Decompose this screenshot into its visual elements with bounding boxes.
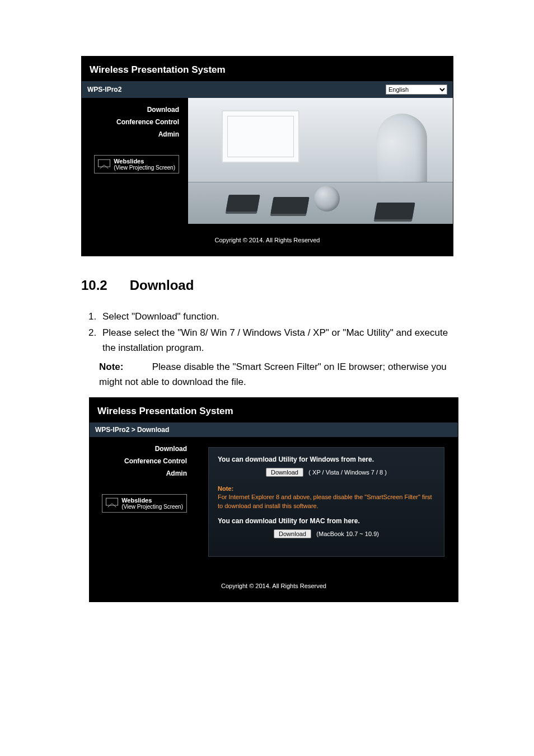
nav-download[interactable]: Download [90,445,187,453]
screenshot-download: Wireless Presentation System WPS-IPro2 >… [89,397,458,602]
nav-conference-control[interactable]: Conference Control [82,118,179,126]
windows-os-label: ( XP / Vista / Windows 7 / 8 ) [308,469,387,476]
warning-text: For Internet Explorer 8 and above, pleas… [218,494,432,509]
download-panel: You can download Utility for Windows fro… [208,447,444,557]
body-area: Download Conference Control Admin Websli… [82,98,453,224]
webslides-sub: (View Projecting Screen) [121,504,183,510]
section-title: Download [130,278,194,293]
download-mac-button[interactable]: Download [274,529,311,538]
footer-copyright: Copyright © 2014. All Rights Reserved [82,224,453,256]
webslides-title: Webslides [121,497,152,504]
laptop-graphic [270,197,309,214]
note-block: Note: Please disable the "Smart Screen F… [99,359,453,389]
mac-os-label: (MacBook 10.7 ~ 10.9) [316,530,379,537]
note-label: Note: [99,359,149,374]
footer-copyright: Copyright © 2014. All Rights Reserved [90,570,458,602]
windows-heading: You can download Utility for Windows fro… [218,456,435,463]
sidebar-nav: Download Conference Control Admin Websli… [90,437,196,570]
top-bar: WPS-IPro2 English [82,81,453,98]
download-panel-area: You can download Utility for Windows fro… [196,437,458,570]
system-title: Wireless Presentation System [90,406,458,422]
breadcrumb: WPS-IPro2 > Download [95,426,169,434]
steps-list: Select "Download" function. Please selec… [81,309,453,356]
nav-admin[interactable]: Admin [82,130,179,138]
nav-admin[interactable]: Admin [90,469,187,477]
svg-rect-0 [99,159,110,167]
webslides-icon [106,497,118,509]
warning-title: Note: [218,485,233,492]
webslides-icon [98,159,110,170]
windows-download-row: Download ( XP / Vista / Windows 7 / 8 ) [218,468,435,477]
step-item: Please select the "Win 8/ Win 7 / Window… [99,325,453,355]
hero-illustration [188,98,453,224]
webslides-text: Webslides (View Projecting Screen) [121,497,183,510]
smartscreen-warning: Note: For Internet Explorer 8 and above,… [218,485,435,510]
webslides-text: Webslides (View Projecting Screen) [114,158,175,171]
section-heading: 10.2 Download [81,278,453,293]
step-item: Select "Download" function. [99,309,453,324]
body-area: Download Conference Control Admin Websli… [90,437,458,570]
projector-screen-graphic [222,110,299,163]
laptop-graphic [374,203,415,219]
webslides-sub: (View Projecting Screen) [114,165,175,171]
laptop-graphic [226,195,260,212]
mac-download-row: Download (MacBook 10.7 ~ 10.9) [218,529,435,538]
breadcrumb-bar: WPS-IPro2 > Download [90,422,458,437]
system-title: Wireless Presentation System [82,64,453,81]
download-windows-button[interactable]: Download [266,468,303,477]
webslides-title: Webslides [114,158,144,165]
product-name: WPS-IPro2 [87,86,121,93]
screenshot-home: Wireless Presentation System WPS-IPro2 E… [81,56,453,256]
section-number: 10.2 [81,278,126,293]
globe-graphic [314,186,340,212]
mac-heading: You can download Utility for MAC from he… [218,517,435,525]
note-text: Please disable the "Smart Screen Filter"… [99,361,447,387]
nav-webslides[interactable]: Webslides (View Projecting Screen) [102,494,187,513]
nav-conference-control[interactable]: Conference Control [90,457,187,465]
language-dropdown[interactable]: English [386,84,447,95]
nav-download[interactable]: Download [82,106,179,114]
sidebar-nav: Download Conference Control Admin Websli… [82,98,188,224]
nav-webslides[interactable]: Webslides (View Projecting Screen) [94,155,179,173]
svg-rect-1 [106,499,118,506]
document-page: Wireless Presentation System WPS-IPro2 E… [0,0,534,680]
